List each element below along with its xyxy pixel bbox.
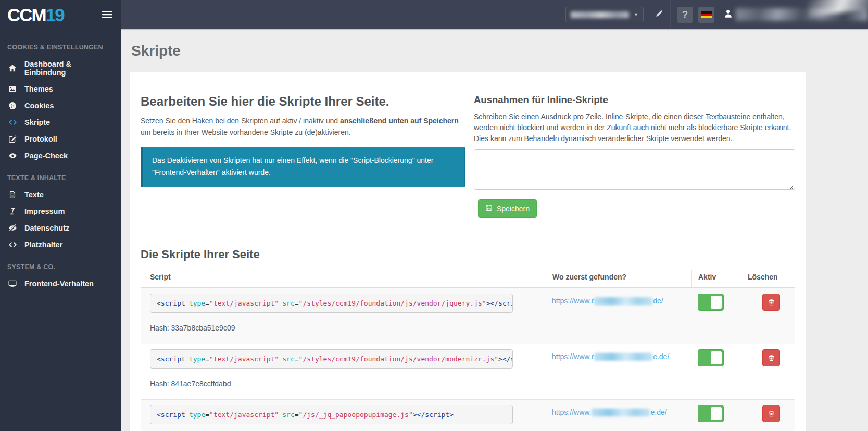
script-code: <scripttype="text/javascript"src="/js/_j… <box>150 405 513 424</box>
redacted-account-name <box>571 11 629 18</box>
redacted-url-segment <box>594 353 652 361</box>
active-toggle[interactable] <box>698 405 724 422</box>
info-alert: Das Deaktivieren von Skripten hat nur ei… <box>141 147 465 187</box>
found-url-link[interactable]: https://www.e.de/ <box>552 408 667 416</box>
logo-text: CCM <box>7 5 46 25</box>
user-icon <box>724 9 733 20</box>
left-panel-intro: Setzen Sie den Haken bei den Skripten au… <box>141 116 465 138</box>
toggle-knob <box>711 296 722 309</box>
left-panel-heading: Bearbeiten Sie hier die Skripte Ihrer Se… <box>141 94 465 109</box>
sidebar: CCM19 COOKIES & EINSTELLUNGEN Dashboard … <box>0 0 121 431</box>
home-icon <box>7 64 18 72</box>
delete-cell <box>741 344 795 399</box>
sidebar-item-protokoll[interactable]: Protokoll <box>0 131 121 147</box>
code-icon <box>7 240 18 249</box>
account-dropdown[interactable]: ▼ <box>565 7 644 22</box>
found-url-cell: https://www.e.de/ <box>547 400 691 431</box>
language-flag-button[interactable] <box>698 7 714 23</box>
right-panel-heading: Ausnahmen für Inline-Skripte <box>474 94 795 106</box>
script-code: <scripttype="text/javascript"src="/style… <box>150 294 513 313</box>
scripts-intro-panel: Bearbeiten Sie hier die Skripte Ihrer Se… <box>141 83 465 218</box>
active-cell <box>691 400 741 431</box>
script-hash: Hash: 841ae7e8ccffdabd <box>150 379 537 388</box>
sidebar-item-label: Frontend-Verhalten <box>24 280 94 288</box>
code-icon <box>7 118 18 126</box>
italic-icon <box>7 207 18 216</box>
save-icon <box>485 204 493 213</box>
image-icon <box>7 85 18 93</box>
sidebar-item-label: Page-Check <box>24 151 68 160</box>
sidebar-item-platzhalter[interactable]: Platzhalter <box>0 236 121 253</box>
column-header-found: Wo zuerst gefunden? <box>547 270 691 287</box>
sidebar-item-label: Skripte <box>24 118 50 126</box>
content-card: Bearbeiten Sie hier die Skripte Ihrer Se… <box>130 72 806 431</box>
sidebar-item-themes[interactable]: Themes <box>0 81 121 97</box>
chevron-down-icon: ▼ <box>634 12 638 17</box>
save-button[interactable]: Speichern <box>478 199 537 218</box>
column-header-delete: Löschen <box>741 270 795 287</box>
edit-icon <box>7 135 18 143</box>
cookie-icon <box>7 102 18 110</box>
sidebar-item-label: Cookies <box>24 102 54 110</box>
app-logo[interactable]: CCM19 <box>7 6 64 24</box>
script-hash: Hash: 33a7b8cba51e9c09 <box>150 324 537 332</box>
sidebar-item-label: Themes <box>24 85 53 93</box>
found-url-cell: https://www.rde/ <box>547 288 691 344</box>
script-cell: <scripttype="text/javascript"src="/style… <box>141 344 547 399</box>
question-mark-icon: ? <box>682 9 688 20</box>
sidebar-item-label: Platzhalter <box>24 240 62 249</box>
sidebar-item-datenschutz[interactable]: Datenschutz <box>0 220 121 236</box>
delete-button[interactable] <box>762 405 780 422</box>
sidebar-item-label: Texte <box>24 191 44 199</box>
scripts-table: Script Wo zuerst gefunden? Aktiv Löschen… <box>141 270 795 431</box>
inline-exceptions-panel: Ausnahmen für Inline-Skripte Schreiben S… <box>474 83 795 218</box>
sidebar-item-frontend-verhalten[interactable]: Frontend-Verhalten <box>0 275 121 292</box>
sidebar-item-skripte[interactable]: Skripte <box>0 114 121 131</box>
sidebar-item-impressum[interactable]: Impressum <box>0 203 121 220</box>
found-url-link[interactable]: https://www.rde/ <box>552 297 663 305</box>
table-row: <scripttype="text/javascript"src="/style… <box>141 344 795 400</box>
delete-button[interactable] <box>762 294 780 311</box>
help-button[interactable]: ? <box>677 7 693 23</box>
sidebar-item-texte[interactable]: Texte <box>0 186 121 203</box>
sidebar-item-label: Datenschutz <box>24 224 69 232</box>
script-cell: <scripttype="text/javascript"src="/style… <box>141 288 547 344</box>
active-cell <box>691 344 741 399</box>
found-url-cell: https://www.re.de/ <box>547 344 691 399</box>
right-panel-description: Schreiben Sie einen Ausdruck pro Zeile. … <box>474 111 795 144</box>
sidebar-nav: COOKIES & EINSTELLUNGEN Dashboard & Einb… <box>0 29 121 292</box>
sidebar-item-label: Impressum <box>24 207 65 216</box>
toggle-knob <box>711 351 722 364</box>
column-header-active: Aktiv <box>691 270 741 287</box>
pencil-icon <box>655 9 663 20</box>
table-row: <scripttype="text/javascript"src="/js/_j… <box>141 400 795 431</box>
sidebar-item-dashboard[interactable]: Dashboard & Einbindung <box>0 56 121 81</box>
toggle-knob <box>711 407 722 420</box>
sidebar-item-label: Protokoll <box>24 135 57 143</box>
active-toggle[interactable] <box>698 349 724 366</box>
inline-exceptions-textarea[interactable] <box>474 149 795 190</box>
eye-slash-icon <box>7 224 18 232</box>
file-icon <box>7 191 18 199</box>
redacted-url-segment <box>594 297 652 305</box>
found-url-link[interactable]: https://www.re.de/ <box>552 352 669 361</box>
german-flag-icon <box>701 11 712 18</box>
delete-cell <box>741 288 795 344</box>
scripts-table-section: Die Skripte Ihrer Seite Script Wo zuerst… <box>141 248 795 431</box>
edit-button[interactable] <box>648 0 671 29</box>
delete-button[interactable] <box>762 349 780 366</box>
sidebar-item-label: Dashboard & Einbindung <box>24 60 114 77</box>
logo-number: 19 <box>46 5 64 25</box>
sidebar-item-cookies[interactable]: Cookies <box>0 97 121 114</box>
scripts-table-heading: Die Skripte Ihrer Seite <box>141 248 795 261</box>
menu-toggle-icon[interactable] <box>102 10 112 19</box>
script-code: <scripttype="text/javascript"src="/style… <box>150 349 513 369</box>
sidebar-item-page-check[interactable]: Page-Check <box>0 147 121 164</box>
delete-cell <box>741 400 795 431</box>
table-row: <scripttype="text/javascript"src="/style… <box>141 288 795 344</box>
active-toggle[interactable] <box>698 294 724 311</box>
active-cell <box>691 288 741 344</box>
save-button-label: Speichern <box>497 205 530 213</box>
sidebar-section-cookies: COOKIES & EINSTELLUNGEN <box>0 33 121 56</box>
desktop-icon <box>7 280 18 288</box>
